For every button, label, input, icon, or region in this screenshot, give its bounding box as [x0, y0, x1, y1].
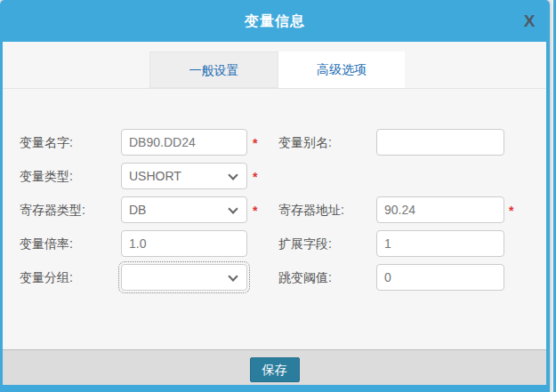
chevron-down-icon [228, 204, 238, 213]
variable-alias-input[interactable] [376, 129, 504, 156]
label-extended-field: 扩展字段: [278, 230, 332, 257]
variable-info-dialog: 变量信息 X 一般设置 高级选项 变量名字: * 变量类型: USHORT * … [0, 0, 550, 392]
variable-name-input[interactable] [121, 129, 247, 156]
tab-divider [3, 88, 546, 89]
chevron-down-icon [228, 170, 238, 180]
label-register-address: 寄存器地址: [278, 196, 344, 223]
label-register-type: 寄存器类型: [20, 196, 85, 223]
register-address-input[interactable] [376, 196, 504, 223]
required-marker: * [509, 204, 518, 218]
required-marker: * [253, 136, 262, 150]
required-marker: * [253, 204, 262, 218]
register-type-value: DB [129, 197, 146, 222]
label-variable-group: 变量分组: [20, 264, 73, 291]
variable-group-select[interactable] [121, 264, 247, 291]
extended-field-input[interactable] [376, 230, 504, 257]
label-jump-threshold: 跳变阈值: [278, 264, 332, 291]
label-variable-alias: 变量别名: [278, 129, 332, 156]
tab-general-settings[interactable]: 一般设置 [149, 52, 278, 88]
jump-threshold-input[interactable] [376, 264, 504, 291]
required-marker: * [253, 170, 262, 184]
chevron-down-icon [228, 271, 238, 281]
variable-type-select[interactable]: USHORT [121, 163, 247, 189]
dialog-border-right [546, 36, 550, 386]
tab-advanced-options[interactable]: 高级选项 [278, 52, 405, 88]
screen: 变量信息 X 一般设置 高级选项 变量名字: * 变量类型: USHORT * … [0, 0, 556, 392]
save-button[interactable]: 保存 [250, 357, 300, 382]
label-variable-type: 变量类型: [20, 163, 73, 189]
register-type-select[interactable]: DB [121, 196, 247, 223]
dialog-border-bottom [0, 385, 550, 392]
variable-ratio-input[interactable] [121, 230, 247, 257]
close-icon[interactable]: X [519, 10, 540, 33]
variable-type-value: USHORT [129, 164, 181, 188]
label-variable-name: 变量名字: [20, 129, 73, 156]
label-variable-ratio: 变量倍率: [20, 230, 73, 257]
dialog-footer: 保存 [3, 349, 546, 385]
dialog-titlebar: 变量信息 X [0, 0, 550, 42]
dialog-title: 变量信息 [0, 0, 550, 42]
